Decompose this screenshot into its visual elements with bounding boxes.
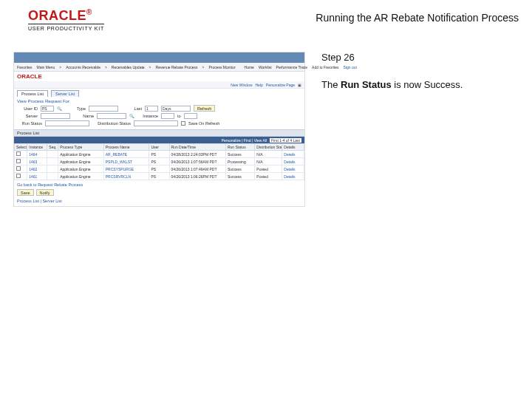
checkbox-save-on-refresh[interactable]: [181, 121, 185, 126]
step-label: Step 26: [321, 52, 519, 63]
select-dist-status[interactable]: [134, 120, 178, 126]
oracle-logo-text: ORACLE: [28, 8, 86, 23]
label-type: Type: [65, 106, 86, 111]
cell-ptype: Application Engine: [58, 151, 104, 158]
table-row: 1461Application EnginePRCSRVRCLNPS04/26/…: [15, 173, 304, 180]
label-last: Last: [121, 106, 142, 111]
app-brand: ORACLE: [14, 72, 304, 81]
nav-worklist[interactable]: Worklist: [259, 65, 272, 69]
col-user[interactable]: User: [149, 144, 169, 151]
select-server[interactable]: [41, 113, 70, 119]
cell-select[interactable]: [15, 173, 27, 180]
cell-details[interactable]: Details: [282, 173, 304, 180]
col-pname[interactable]: Process Name: [103, 144, 149, 151]
crumb-pm[interactable]: Process Monitor: [208, 65, 235, 69]
cell-instance[interactable]: 1464: [27, 151, 47, 158]
save-button[interactable]: Save: [17, 189, 34, 196]
cell-rstatus: Success: [225, 151, 254, 158]
cell-dstatus: N/A: [255, 151, 282, 158]
input-instance-from[interactable]: [161, 113, 174, 119]
cell-select[interactable]: [15, 151, 27, 158]
cell-select[interactable]: [15, 158, 27, 166]
cell-rstatus: Processing: [225, 158, 254, 166]
link-help[interactable]: Help: [256, 83, 263, 87]
cell-dstatus: Posted: [255, 166, 282, 173]
col-instance[interactable]: Instance: [27, 144, 47, 151]
cell-details[interactable]: Details: [282, 151, 304, 158]
page-title: Running the AR Rebate Notification Proce…: [316, 9, 519, 24]
link-personalize[interactable]: Personalize Page: [266, 83, 295, 87]
nav-favorites[interactable]: Favorites: [17, 65, 33, 69]
input-user-id[interactable]: PS: [41, 106, 54, 112]
cell-rstatus: Success: [225, 173, 254, 180]
crumb-ar[interactable]: Accounts Receivable: [66, 65, 100, 69]
lookup-icon[interactable]: 🔍: [129, 114, 134, 118]
logo-subtitle: USER PRODUCTIVITY KIT: [28, 24, 104, 31]
cell-date: 04/28/2013 2:24:03PM PDT: [169, 151, 225, 158]
refresh-button[interactable]: Refresh: [194, 105, 215, 112]
cell-seq: [47, 158, 58, 166]
table-row: 1463Application EnginePSPLD_WKLSTPS04/26…: [15, 158, 304, 166]
link-go-back[interactable]: Go back to Request Rebate Process: [14, 180, 304, 188]
tab-server-list[interactable]: Server List: [51, 90, 79, 97]
col-details[interactable]: Details: [282, 144, 304, 151]
cell-rstatus: Success: [225, 166, 254, 173]
cell-user: PS: [149, 166, 169, 173]
select-unit[interactable]: Days: [161, 106, 191, 112]
grid-toolbar[interactable]: Personalize | Find | View All: [222, 138, 267, 143]
nav-main-menu[interactable]: Main Menu: [37, 65, 55, 69]
label-user-id: User ID: [17, 106, 38, 111]
col-rstatus[interactable]: Run Status: [225, 144, 254, 151]
select-type[interactable]: [89, 106, 118, 112]
cell-user: PS: [149, 173, 169, 180]
cell-dstatus: Posted: [255, 173, 282, 180]
cell-pname[interactable]: PSPLD_WKLST: [103, 158, 149, 166]
label-run-status: Run Status: [17, 121, 42, 126]
cell-pname[interactable]: AR_REBATE: [103, 151, 149, 158]
cell-ptype: Application Engine: [58, 158, 104, 166]
label-server: Server: [17, 114, 38, 118]
nav-home[interactable]: Home: [245, 65, 254, 69]
oracle-logo: ORACLE® USER PRODUCTIVITY KIT: [28, 9, 104, 31]
link-new-window[interactable]: New Window: [231, 83, 252, 87]
lookup-icon[interactable]: 🔍: [57, 106, 62, 111]
input-name[interactable]: [97, 113, 126, 119]
cell-instance[interactable]: 1461: [27, 173, 47, 180]
table-row: 1464Application EngineAR_REBATEPS04/28/2…: [15, 151, 304, 158]
breadcrumb: Favorites Main Menu > Accounts Receivabl…: [14, 63, 304, 72]
cell-pname[interactable]: PRCSYSPURGE: [103, 166, 149, 173]
cell-instance[interactable]: 1463: [27, 158, 47, 166]
input-last[interactable]: 1: [145, 106, 158, 112]
cell-select[interactable]: [15, 166, 27, 173]
cell-details[interactable]: Details: [282, 158, 304, 166]
nav-addfav[interactable]: Add to Favorites: [312, 65, 338, 69]
col-dstatus[interactable]: Distribution Status: [255, 144, 282, 151]
input-instance-to[interactable]: [184, 113, 197, 119]
http-icon: ▣: [298, 83, 301, 87]
cell-ptype: Application Engine: [58, 173, 104, 180]
col-ptype[interactable]: Process Type: [58, 144, 104, 151]
step-description: The Run Status is now Success.: [321, 79, 519, 90]
nav-signout[interactable]: Sign out: [344, 65, 357, 69]
process-grid: Select Instance Seq. Process Type Proces…: [14, 143, 304, 180]
cell-date: 04/26/2013 1:06:26PM PDT: [169, 173, 225, 180]
select-run-status[interactable]: [45, 120, 89, 126]
notify-button[interactable]: Notify: [36, 189, 54, 196]
cell-details[interactable]: Details: [282, 166, 304, 173]
tab-process-list[interactable]: Process List: [17, 90, 48, 97]
nav-perf[interactable]: Performance Trace: [276, 65, 308, 69]
col-select[interactable]: Select: [15, 144, 27, 151]
cell-user: PS: [149, 158, 169, 166]
crumb-ru[interactable]: Receivables Update: [112, 65, 145, 69]
cell-date: 04/26/2013 1:07:49AM PDT: [169, 166, 225, 173]
cell-instance[interactable]: 1462: [27, 166, 47, 173]
crumb-rrp[interactable]: Revenue Rebate Process: [156, 65, 198, 69]
cell-ptype: Application Engine: [58, 166, 104, 173]
section-view-request: View Process Request For: [14, 97, 304, 104]
col-seq[interactable]: Seq.: [47, 144, 58, 151]
cell-seq: [47, 173, 58, 180]
grid-pager[interactable]: First 1-4 of 4 Last: [270, 138, 301, 143]
bottom-tab-links[interactable]: Process List | Server List: [14, 199, 304, 206]
col-rundate[interactable]: Run Date/Time: [169, 144, 225, 151]
cell-pname[interactable]: PRCSRVRCLN: [103, 173, 149, 180]
